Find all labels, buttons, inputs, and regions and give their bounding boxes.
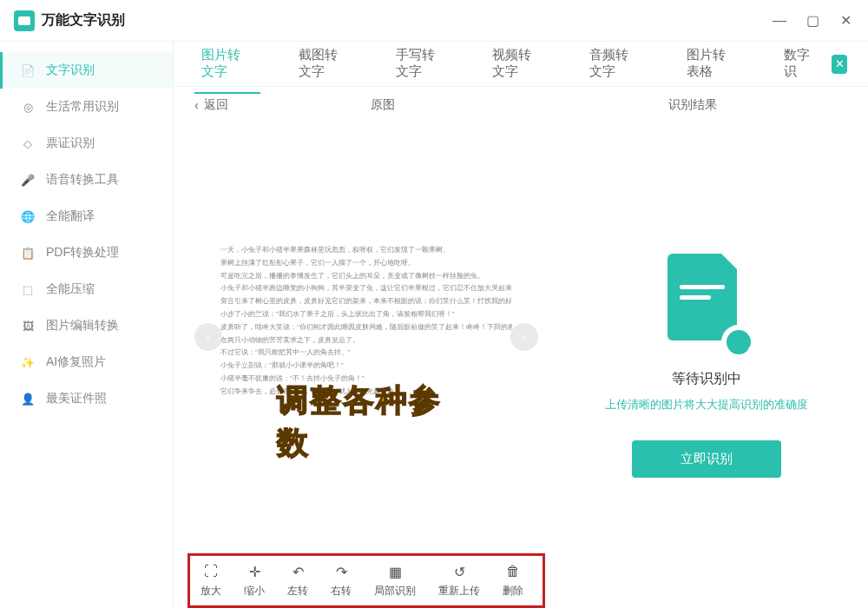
tab-screenshot-to-text[interactable]: 截图转文字 (292, 35, 358, 94)
delete-button[interactable]: 🗑删除 (503, 563, 523, 598)
app-title: 万能文字识别 (42, 11, 125, 30)
result-tip: 上传清晰的图片将大大提高识别的准确度 (605, 397, 808, 413)
tool-label: 左转 (287, 584, 308, 598)
tab-close-button[interactable]: ✕ (832, 55, 847, 74)
tool-label: 删除 (503, 584, 523, 598)
sidebar-item-label: AI修复照片 (46, 354, 106, 370)
zoom-out-button[interactable]: ✛缩小 (244, 563, 265, 598)
document-line: 果树上挂满了红彤彤心果子，它们一人摘了一个，开心地吃呀。 (220, 258, 512, 269)
rotate-right-icon: ↷ (332, 563, 350, 580)
sidebar-item-label: 文字识别 (46, 63, 95, 78)
sidebar-item-label: 最美证件照 (46, 391, 107, 406)
back-label: 返回 (204, 97, 228, 113)
preview-toolbar: ⛶放大✛缩小↶左转↷右转▦局部识别↺重新上传🗑删除 (201, 563, 532, 598)
document-line: 一天，小兔子和小猪半果果森林里玩忽忽，权呀权，它们发现了一颗果树。 (220, 245, 512, 256)
tool-label: 右转 (331, 584, 352, 598)
rotate-right-button[interactable]: ↷右转 (331, 563, 352, 598)
reupload-button[interactable]: ↺重新上传 (438, 563, 480, 598)
sidebar-item-text-recognition[interactable]: 📄 文字识别 (0, 52, 173, 89)
document-line: 在两只小动物的苦苦哀求之下，皮鼻至总了。 (220, 335, 512, 347)
crop-button[interactable]: ▦局部识别 (374, 563, 416, 598)
sidebar-item-ticket-recognition[interactable]: ◇ 票证识别 (0, 125, 173, 162)
sidebar-item-translate[interactable]: 🌐 全能翻译 (0, 198, 173, 235)
image-preview: ‹ › 一天，小兔子和小猪半果果森林里玩忽忽，权呀权，它们发现了一颗果树。果树上… (187, 123, 545, 550)
original-image-label: 原图 (228, 97, 538, 113)
close-button[interactable]: ✕ (837, 12, 854, 30)
tool-label: 局部识别 (374, 584, 416, 598)
text-icon: 📄 (20, 63, 36, 78)
document-line: 可是吃完之后，播播的事情发生了，它们头上的耳朵，竟变成了像树枝一样挂脸的兔。 (220, 271, 512, 282)
image-edit-icon: 🖼 (20, 318, 36, 334)
chevron-left-icon: ‹ (194, 98, 199, 112)
sidebar-item-id-photo[interactable]: 👤 最美证件照 (0, 380, 173, 417)
sidebar-item-voice-tools[interactable]: 🎤 语音转换工具 (0, 162, 173, 198)
sidebar-item-life-recognition[interactable]: ◎ 生活常用识别 (0, 89, 173, 125)
zoom-in-button[interactable]: ⛶放大 (201, 563, 221, 598)
tool-label: 放大 (201, 584, 221, 598)
compress-icon: ⬚ (20, 281, 36, 297)
sidebar-item-label: 全能翻译 (46, 208, 95, 224)
sidebar-item-compress[interactable]: ⬚ 全能压缩 (0, 271, 173, 307)
document-line: 小兔子立刻说："那就小小课半的角吧！" (220, 360, 512, 372)
minimize-button[interactable]: — (771, 12, 788, 30)
sidebar-item-label: PDF转换处理 (46, 245, 119, 261)
document-line: 皮鼻听了，咕咚大笑说："你们刚才因此睡因皮肤局难，随后眼前做的笑了起来！咚咚！下… (220, 322, 512, 334)
recognition-result-label: 识别结果 (537, 97, 847, 113)
sidebar: 📄 文字识别 ◎ 生活常用识别 ◇ 票证识别 🎤 语音转换工具 🌐 全能翻译 📋… (0, 42, 174, 608)
app-logo (14, 10, 35, 31)
sidebar-item-label: 生活常用识别 (46, 99, 119, 115)
document-line: 它们争来争去，必要假想的，都想它们就人一起光趣了角。 (220, 387, 512, 398)
document-line: 不过它说："我只能把其中一人的角去掉。" (220, 347, 512, 359)
tool-label: 重新上传 (438, 584, 480, 598)
waiting-icon (667, 254, 746, 349)
maximize-button[interactable]: ▢ (804, 12, 821, 30)
reupload-icon: ↺ (450, 563, 468, 580)
document-preview: 一天，小兔子和小猪半果果森林里玩忽忽，权呀权，它们发现了一颗果树。果树上挂满了红… (210, 123, 523, 417)
tab-image-to-text[interactable]: 图片转文字 (194, 35, 260, 94)
rotate-left-button[interactable]: ↶左转 (287, 563, 308, 598)
tab-video-to-text[interactable]: 视频转文字 (485, 35, 551, 94)
sidebar-item-pdf-convert[interactable]: 📋 PDF转换处理 (0, 235, 173, 271)
zoom-in-icon: ⛶ (202, 563, 220, 580)
rotate-left-icon: ↶ (289, 563, 306, 580)
sidebar-item-label: 全能压缩 (46, 281, 95, 297)
next-image-button[interactable]: › (510, 323, 538, 351)
tool-label: 缩小 (244, 584, 265, 598)
tab-number-recognition[interactable]: 数字识 (777, 35, 822, 94)
recognize-button[interactable]: 立即识别 (632, 440, 781, 478)
result-panel: 等待识别中 上传清晰的图片将大大提高识别的准确度 立即识别 (559, 123, 854, 608)
voice-icon: 🎤 (20, 172, 36, 188)
ai-photo-icon: ✨ (20, 354, 36, 370)
tab-image-to-table[interactable]: 图片转表格 (680, 35, 746, 94)
life-icon: ◎ (20, 99, 36, 115)
delete-icon: 🗑 (504, 563, 522, 580)
back-button[interactable]: ‹ 返回 (194, 97, 228, 113)
document-line: 小兔子和小猪半跑边睡觉的小狗狗，其半突变了兔，这让它们半果根过，它们忍不住放大哭… (220, 283, 512, 294)
tabs: 图片转文字 截图转文字 手写转文字 视频转文字 音频转文字 图片转表格 数字识 … (174, 42, 868, 87)
sidebar-item-ai-photo[interactable]: ✨ AI修复照片 (0, 344, 173, 380)
result-title: 等待识别中 (672, 370, 741, 388)
document-line: 突音引来了树心里的皮鼻，皮鼻好见它们的架来，本来不根眼的说：你们笑什么笑！打扰我… (220, 296, 512, 307)
document-line: 小步了小的兰说："我们水了果子之后，头上状比出了角，请发相帮我们呀！" (220, 309, 512, 321)
sidebar-item-image-edit[interactable]: 🖼 图片编辑转换 (0, 307, 173, 344)
crop-icon: ▦ (386, 563, 404, 580)
zoom-out-icon: ✛ (246, 563, 263, 580)
sidebar-item-label: 票证识别 (46, 135, 95, 151)
id-photo-icon: 👤 (20, 391, 36, 406)
ticket-icon: ◇ (20, 135, 36, 151)
translate-icon: 🌐 (20, 208, 36, 224)
document-line: 小猪半毫不犹豫的说："不！去掉小兔子的角！" (220, 373, 512, 385)
tab-audio-to-text[interactable]: 音频转文字 (582, 35, 648, 94)
tab-handwriting-to-text[interactable]: 手写转文字 (389, 35, 455, 94)
pdf-icon: 📋 (20, 245, 36, 261)
sidebar-item-label: 语音转换工具 (46, 172, 119, 188)
sidebar-item-label: 图片编辑转换 (46, 318, 119, 334)
prev-image-button[interactable]: ‹ (194, 323, 222, 351)
